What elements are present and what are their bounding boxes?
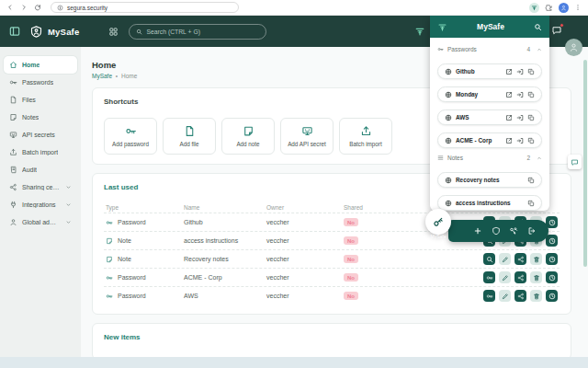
mysafe-extension-icon[interactable] [529,3,539,13]
shortcut-tile[interactable]: Add note [221,118,275,155]
sidebar-item[interactable]: Home [4,56,77,74]
row-action-button[interactable] [483,271,495,283]
popup-item-action-icon[interactable] [527,200,535,207]
site-info-icon[interactable] [57,5,63,11]
row-action-button[interactable] [499,290,511,302]
table-row[interactable]: Password ACME - Corp veccher No [104,268,560,286]
row-action-button[interactable] [514,290,526,302]
popup-item-action-icon[interactable] [516,68,524,75]
column-name: Name [184,204,266,211]
popup-item[interactable]: Monday [437,86,542,102]
popup-item-action-icon[interactable] [505,68,513,75]
shortcut-tile[interactable]: Add API secret [280,118,334,155]
sidebar-toggle-icon[interactable] [8,25,21,38]
row-owner: veccher [266,293,344,299]
keys-icon[interactable] [509,226,518,236]
row-name: Github [184,219,266,225]
shortcut-tile[interactable]: Add file [163,118,216,155]
popup-item-action-icon[interactable] [505,114,513,121]
add-icon[interactable] [473,226,482,236]
mysafe-widget-button[interactable] [425,209,451,235]
popup-item-action-icon[interactable] [527,137,535,144]
forward-icon[interactable] [20,4,28,11]
sidebar-item-icon [9,61,17,69]
popup-item[interactable]: Recovery notes [437,172,542,188]
row-action-button[interactable] [546,253,558,265]
row-action-button[interactable] [530,271,542,283]
apps-grid-icon[interactable] [108,27,119,37]
shortcut-icon [301,125,313,137]
popup-section-header[interactable]: Passwords 4 [437,42,542,56]
popup-item-name: Github [456,68,475,75]
extensions-puzzle-icon[interactable] [545,4,553,12]
popup-item[interactable]: access instructions [437,195,542,211]
new-items-card: New items [92,323,571,360]
popup-search-icon[interactable] [534,23,542,31]
shield-icon[interactable] [492,226,501,236]
popup-item-actions [505,68,535,75]
table-row[interactable]: Password AWS veccher No [104,286,560,305]
logout-icon[interactable] [527,226,537,236]
row-action-button[interactable] [499,271,511,283]
sidebar-item[interactable]: Passwords [4,74,77,91]
table-row[interactable]: Note Recovery notes veccher No [104,249,560,268]
popup-item[interactable]: ACME - Corp [437,132,542,148]
popup-item[interactable]: Github [437,63,542,79]
row-actions [483,290,558,302]
popup-item-action-icon[interactable] [505,91,513,98]
breadcrumb-root[interactable]: MySafe [92,73,112,79]
global-search-input[interactable]: Search (CTRL + G) [129,24,266,40]
reload-icon[interactable] [34,4,41,11]
back-icon[interactable] [6,4,14,11]
shortcut-tile[interactable]: Batch import [339,118,392,155]
row-action-button[interactable] [483,253,495,265]
column-type: Type [106,204,184,211]
row-action-button[interactable] [514,271,526,283]
row-action-button[interactable] [483,290,495,302]
user-avatar[interactable] [565,39,582,56]
sidebar-item[interactable]: Batch import [4,144,77,161]
section-count: 4 [526,46,530,52]
row-action-button[interactable] [546,235,558,247]
sidebar-item[interactable]: Notes [4,109,77,126]
shortcut-tile[interactable]: Add password [104,118,157,155]
sidebar-item[interactable]: Sharing center [4,178,77,196]
popup-item-action-icon[interactable] [527,177,535,184]
popup-item-action-icon[interactable] [516,114,524,121]
sidebar-item-icon [9,183,17,191]
row-action-button[interactable] [499,253,511,265]
row-action-button[interactable] [546,290,558,302]
sidebar-item-label: Home [22,62,40,68]
sidebar-item-label: Integrations [22,201,56,208]
sidebar-item[interactable]: Files [4,91,77,109]
popup-item-action-icon[interactable] [527,68,535,75]
row-action-button[interactable] [530,253,542,265]
popup-section-items: Recovery notes access instructions [437,172,542,211]
browser-menu-icon[interactable] [574,4,582,11]
url-bar[interactable]: segura.security [51,2,239,13]
globe-icon [445,68,452,75]
row-action-button[interactable] [546,271,558,283]
browser-profile-avatar[interactable] [559,3,569,13]
page-helper-badge[interactable] [568,155,582,169]
sidebar-item[interactable]: API secrets [4,126,77,144]
popup-item-action-icon[interactable] [516,91,524,98]
row-action-button[interactable] [530,290,542,302]
popup-item-action-icon[interactable] [527,114,535,121]
popup-section-header[interactable]: Notes 2 [437,151,542,165]
type-icon [106,219,113,226]
shortcut-icon [243,125,254,137]
sidebar-item[interactable]: Integrations [4,196,77,213]
globe-icon [445,137,452,144]
popup-item-action-icon[interactable] [505,137,513,144]
type-icon [106,256,113,263]
chevron-up-icon [537,47,542,52]
popup-item-action-icon[interactable] [516,137,524,144]
row-action-button[interactable] [514,253,526,265]
scrollbar[interactable] [583,60,587,267]
search-placeholder: Search (CTRL + G) [146,29,199,35]
sidebar-item[interactable]: Audit [4,161,77,178]
popup-item-action-icon[interactable] [527,91,535,98]
sidebar-item[interactable]: Global administration [4,213,77,231]
popup-item[interactable]: AWS [437,109,542,125]
